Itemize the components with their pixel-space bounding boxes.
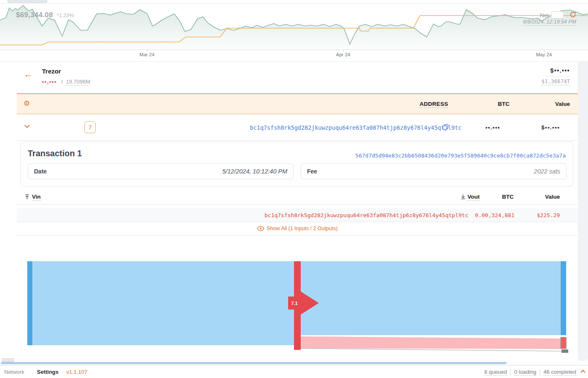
tx-count: 7 [89, 124, 92, 131]
show-all-row: Show All (1 Inputs / 2 Outputs) [17, 222, 578, 236]
transaction-hash-link[interactable]: 567d7d5d94e83c2bb6508436d20e793e5f589640… [355, 152, 566, 159]
sankey-change-output-box[interactable] [561, 337, 566, 349]
date-field: Date 5/12/2024, 10:12:40 PM [28, 163, 294, 179]
sparkline-chart [0, 3, 588, 50]
refresh-icon[interactable] [569, 11, 577, 18]
tx-count-badge[interactable]: 7 [84, 121, 96, 133]
address-row: 7 bc1q7sfsh8rk5gd282jkuwzpuqu64re63fa087… [17, 114, 578, 141]
value-column-header: Value [555, 101, 570, 107]
back-arrow-button[interactable]: ← [24, 70, 33, 79]
content-top-divider [0, 61, 588, 62]
queue-status-group: 8 queued 0 loading 46 completed [484, 369, 576, 376]
settings-menu-item[interactable]: Settings [37, 369, 58, 375]
status-bar: Network Settings v1.1.107 8 queued 0 loa… [0, 365, 588, 378]
vin-value: $225.29 [537, 212, 560, 218]
vout-download-icon [460, 194, 466, 200]
slash: / [61, 79, 63, 85]
status-divider [540, 370, 540, 375]
x-axis-line [0, 50, 588, 50]
transaction-card: Transaction 1 567d7d5d94e83c2bb6508436d2… [20, 142, 573, 186]
row-btc-masked[interactable]: ••.••• [486, 124, 500, 131]
date-label: Date [34, 168, 47, 175]
queued-count[interactable]: 8 queued [484, 369, 507, 376]
row-value-masked[interactable]: $••.••• [541, 124, 560, 131]
price-area-fill [0, 5, 588, 50]
btc-column-header: BTC [498, 101, 509, 107]
address-table-header: ⚙ ADDRESS BTC Value [17, 93, 578, 114]
sankey-input-flow[interactable] [32, 261, 294, 345]
sankey-right-node[interactable] [561, 261, 566, 335]
wallet-balance-line: ••,••• / 19.7096M [42, 78, 90, 85]
transaction-title: Transaction 1 [28, 149, 82, 158]
show-all-button[interactable]: Show All (1 Inputs / 2 Outputs) [257, 226, 338, 231]
horizontal-scrollbar-thumb[interactable] [1, 362, 507, 364]
price-change: 1.23% [59, 13, 74, 18]
scroll-corner-piece[interactable] [2, 358, 14, 362]
loading-count[interactable]: 0 loading [514, 369, 536, 376]
vin-upload-icon [24, 194, 30, 200]
vin-row[interactable]: bc1q7sfsh8rk5gd282jkuwzpuqu64re63fa087h4… [17, 208, 578, 222]
net-legend-label: Net [540, 12, 549, 18]
gear-icon[interactable]: ⚙ [24, 100, 30, 107]
address-link[interactable]: bc1q7sfsh8rk5gd282jkuwzpuqu64re63fa087h4… [250, 124, 462, 131]
version-label[interactable]: v1.1.107 [66, 369, 87, 375]
expand-chevron-icon[interactable] [24, 123, 30, 128]
sankey-change-flow[interactable] [301, 336, 561, 349]
sankey-diagram: 7.1 [0, 256, 588, 361]
x-tick [147, 50, 147, 52]
last-updated-timestamp: 6/8/2024, 12:19:54 PM [523, 19, 576, 26]
show-all-label: Show All (1 Inputs / 2 Outputs) [267, 226, 338, 231]
sankey-flow-label: 7.1 [291, 301, 297, 306]
date-value: 5/12/2024, 10:12:40 PM [222, 168, 287, 175]
sankey-main-output-flow[interactable] [301, 261, 561, 335]
net-divider [567, 12, 567, 18]
fee-field: Fee 2022 sats [301, 163, 567, 179]
vin-btc: 0.00,324,881 [475, 212, 514, 218]
x-tick [544, 50, 544, 52]
x-tick-label-may: May 24 [536, 52, 552, 57]
net-toggle-box[interactable] [551, 11, 564, 18]
usd-divider [544, 76, 570, 76]
sankey-fee-box[interactable] [562, 349, 568, 353]
status-divider [510, 370, 511, 375]
x-tick-label-mar: Mar 24 [139, 52, 155, 57]
address-column-header[interactable]: ADDRESS [420, 101, 448, 108]
wallet-title: Trezor [42, 68, 61, 75]
fee-value: 2022 sats [534, 168, 560, 175]
io-btc-header: BTC [502, 194, 514, 200]
app-root: $69,344.08 ^1.23% Net 6/8/2024, 12:19:54… [0, 0, 588, 378]
completed-count[interactable]: 46 completed [543, 369, 576, 376]
top-scrollbar-thumb[interactable] [8, 0, 47, 3]
vin-header[interactable]: Vin [32, 194, 41, 201]
price-value: $69,344.08 [16, 11, 53, 19]
copy-icon[interactable] [442, 124, 449, 131]
vout-header[interactable]: Vout [467, 194, 480, 201]
btc-supply[interactable]: 19.7096M [66, 79, 90, 86]
x-tick-label-apr: Apr 24 [336, 52, 350, 57]
eye-icon [257, 226, 264, 231]
vin-address[interactable]: bc1q7sfsh8rk5gd282jkuwzpuqu64re63fa087h4… [265, 212, 468, 218]
collapse-caret-icon[interactable] [580, 370, 585, 374]
wallet-btc-masked[interactable]: ••,••• [42, 79, 57, 85]
price-chart-panel: $69,344.08 ^1.23% Net 6/8/2024, 12:19:54… [0, 0, 588, 60]
network-menu-item[interactable]: Network [4, 369, 24, 375]
price-readout: $69,344.08 ^1.23% [16, 11, 74, 19]
wallet-title-text: Trezor [42, 68, 61, 75]
sankey-left-node[interactable] [27, 261, 32, 345]
io-table-header: Vin Vout BTC Value [17, 191, 578, 205]
marketcap-value[interactable]: $1.36674T [541, 78, 570, 85]
wallet-usd-masked[interactable]: $••.••• [550, 67, 570, 74]
io-value-header: Value [545, 194, 560, 200]
x-tick [343, 50, 344, 52]
fee-label: Fee [307, 168, 317, 175]
